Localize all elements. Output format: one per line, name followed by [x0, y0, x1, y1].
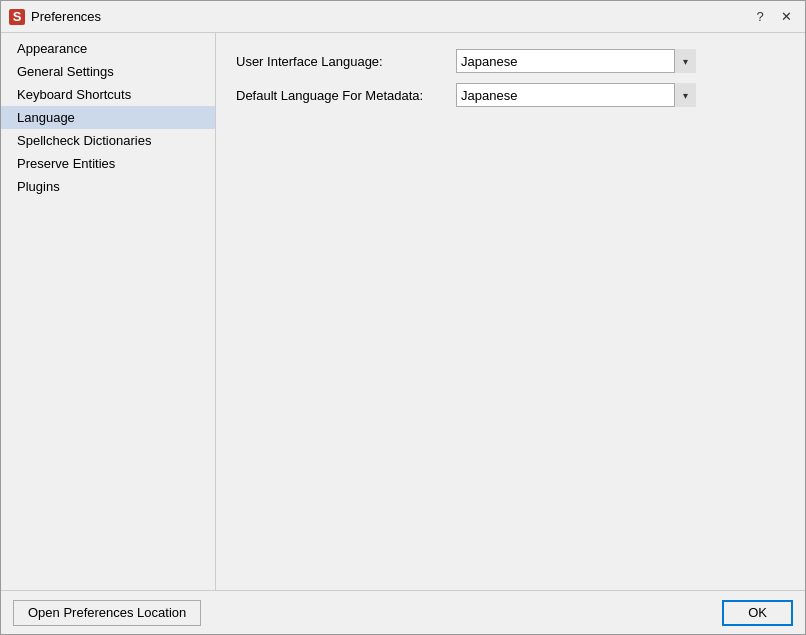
dialog-footer: Open Preferences Location OK — [1, 590, 805, 634]
content-area: User Interface Language: Japanese Englis… — [216, 33, 805, 590]
footer-right: OK — [722, 600, 793, 626]
ui-language-row: User Interface Language: Japanese Englis… — [236, 49, 785, 73]
ok-button[interactable]: OK — [722, 600, 793, 626]
title-bar-controls: ? ✕ — [749, 6, 797, 28]
open-preferences-location-button[interactable]: Open Preferences Location — [13, 600, 201, 626]
sidebar-item-plugins[interactable]: Plugins — [1, 175, 215, 198]
sidebar-item-language[interactable]: Language — [1, 106, 215, 129]
dialog-body: Appearance General Settings Keyboard Sho… — [1, 33, 805, 590]
ui-language-select-wrapper: Japanese English German French Spanish ▾ — [456, 49, 696, 73]
metadata-language-row: Default Language For Metadata: Japanese … — [236, 83, 785, 107]
sidebar-item-spellcheck-dictionaries[interactable]: Spellcheck Dictionaries — [1, 129, 215, 152]
preferences-dialog: S Preferences ? ✕ Appearance General Set… — [0, 0, 806, 635]
footer-left: Open Preferences Location — [13, 600, 201, 626]
sidebar-item-appearance[interactable]: Appearance — [1, 37, 215, 60]
app-icon: S — [9, 9, 25, 25]
sidebar-item-general-settings[interactable]: General Settings — [1, 60, 215, 83]
sidebar: Appearance General Settings Keyboard Sho… — [1, 33, 216, 590]
title-bar-left: S Preferences — [9, 9, 101, 25]
help-button[interactable]: ? — [749, 6, 771, 28]
metadata-language-select[interactable]: Japanese English German French Spanish — [456, 83, 696, 107]
title-bar: S Preferences ? ✕ — [1, 1, 805, 33]
dialog-title: Preferences — [31, 9, 101, 24]
metadata-language-select-wrapper: Japanese English German French Spanish ▾ — [456, 83, 696, 107]
sidebar-item-keyboard-shortcuts[interactable]: Keyboard Shortcuts — [1, 83, 215, 106]
ui-language-select[interactable]: Japanese English German French Spanish — [456, 49, 696, 73]
ui-language-label: User Interface Language: — [236, 54, 456, 69]
sidebar-item-preserve-entities[interactable]: Preserve Entities — [1, 152, 215, 175]
metadata-language-label: Default Language For Metadata: — [236, 88, 456, 103]
close-button[interactable]: ✕ — [775, 6, 797, 28]
